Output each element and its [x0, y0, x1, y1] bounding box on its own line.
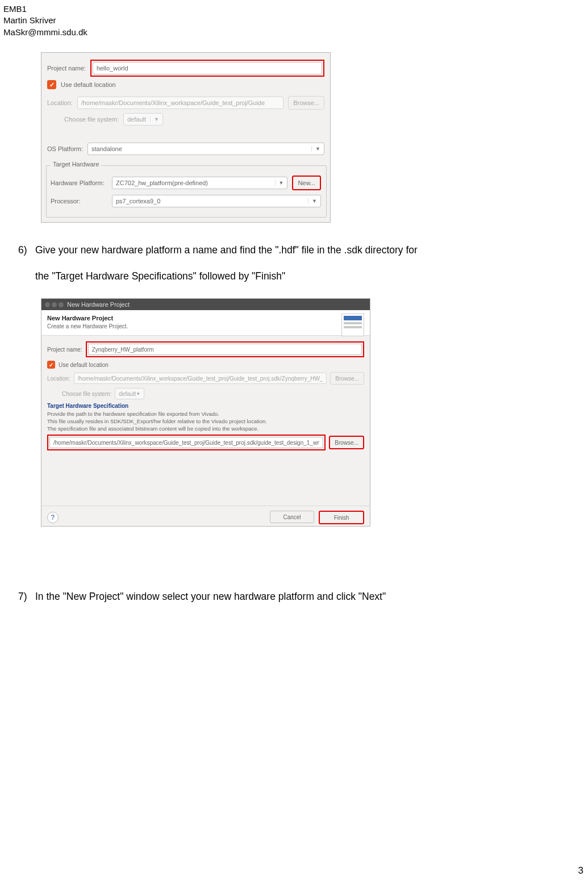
use-default-location-label: Use default location — [61, 81, 116, 88]
new-hardware-project-dialog: New Hardware Project New Hardware Projec… — [41, 298, 370, 527]
choose-fs-value: default — [119, 391, 136, 397]
header-line1: EMB1 — [3, 3, 87, 15]
choose-fs-label: Choose file system: — [62, 391, 111, 397]
hdf-browse-button[interactable]: Browse... — [329, 436, 364, 449]
location-browse-button: Browse... — [288, 96, 324, 110]
finish-button[interactable]: Finish — [319, 511, 364, 524]
choose-fs-value: default — [127, 116, 146, 123]
os-platform-select[interactable]: standalone ▼ — [87, 143, 324, 155]
project-name-field-highlight — [90, 60, 324, 77]
dialog-banner: New Hardware Project Create a new Hardwa… — [41, 310, 370, 336]
new-project-dialog-fragment: Project name: ✓ Use default location Loc… — [41, 52, 331, 223]
processor-label: Processor: — [51, 198, 107, 204]
window-title: New Hardware Project — [67, 301, 130, 308]
chevron-down-icon: ▼ — [308, 198, 317, 204]
titlebar: New Hardware Project — [41, 299, 370, 310]
header-line2: Martin Skriver — [3, 15, 87, 26]
location-input — [74, 373, 327, 384]
choose-fs-select: default ▼ — [115, 388, 144, 399]
target-hw-spec-title: Target Hardware Specification — [47, 403, 364, 409]
processor-select[interactable]: ps7_cortexa9_0 ▼ — [112, 195, 321, 207]
location-label: Location: — [47, 99, 73, 106]
chevron-down-icon: ▼ — [150, 116, 159, 122]
os-platform-label: OS Platform: — [47, 145, 83, 152]
hw-platform-label: Hardware Platform: — [51, 179, 107, 186]
target-hardware-legend: Target Hardware — [51, 161, 101, 168]
banner-icon — [341, 314, 364, 336]
banner-title: New Hardware Project — [47, 315, 364, 321]
location-browse-button: Browse... — [330, 372, 364, 385]
banner-subtitle: Create a new Hardware Project. — [47, 323, 364, 329]
window-control-icon[interactable] — [59, 302, 64, 307]
hw-platform-value: ZC702_hw_platform(pre-defined) — [116, 179, 208, 186]
hw-platform-new-button[interactable]: New... — [292, 176, 321, 190]
cancel-button[interactable]: Cancel — [270, 511, 314, 523]
window-control-icon[interactable] — [45, 302, 50, 307]
chevron-down-icon: ▼ — [136, 391, 140, 396]
choose-fs-label: Choose file system: — [64, 116, 119, 123]
hdf-path-input[interactable] — [49, 437, 323, 448]
target-hw-spec-desc2: This file usually resides in SDK/SDK_Exp… — [47, 418, 364, 425]
hdf-path-field-highlight — [47, 435, 326, 450]
step-7: 7)In the "New Project" window select you… — [18, 584, 569, 610]
window-control-icon[interactable] — [52, 302, 57, 307]
doc-header: EMB1 Martin Skriver MaSkr@mmmi.sdu.dk — [3, 3, 87, 38]
processor-value: ps7_cortexa9_0 — [116, 198, 160, 204]
page-number: 3 — [578, 865, 583, 876]
location-label: Location: — [47, 375, 70, 382]
step-6-line1: Give your new hardware platform a name a… — [35, 244, 418, 256]
use-default-location-checkbox[interactable]: ✓ — [47, 80, 56, 89]
project-name-input[interactable] — [88, 344, 362, 355]
project-name-label: Project name: — [47, 65, 86, 72]
step-6-number: 6) — [18, 237, 35, 264]
os-platform-value: standalone — [91, 145, 122, 152]
hw-platform-select[interactable]: ZC702_hw_platform(pre-defined) ▼ — [112, 177, 287, 189]
window-controls[interactable] — [45, 302, 64, 307]
choose-fs-select: default ▼ — [123, 113, 163, 126]
target-hw-spec-desc3: The specification file and associated bi… — [47, 425, 364, 433]
project-name-field-highlight — [86, 341, 364, 357]
target-hw-spec-desc1: Provide the path to the hardware specifi… — [47, 411, 364, 418]
project-name-input[interactable] — [93, 62, 322, 74]
project-name-label: Project name: — [47, 346, 82, 353]
chevron-down-icon: ▼ — [275, 180, 284, 186]
step-6-line2: the "Target Hardware Specifications" fol… — [18, 264, 285, 290]
location-input — [77, 97, 283, 109]
step-7-number: 7) — [18, 584, 35, 610]
chevron-down-icon: ▼ — [311, 146, 320, 152]
step-6: 6)Give your new hardware platform a name… — [18, 237, 569, 289]
use-default-location-label: Use default location — [59, 362, 109, 368]
header-line3: MaSkr@mmmi.sdu.dk — [3, 27, 87, 38]
help-icon[interactable]: ? — [47, 512, 59, 523]
use-default-location-checkbox[interactable]: ✓ — [47, 361, 55, 369]
step-7-line1: In the "New Project" window select your … — [35, 591, 386, 602]
